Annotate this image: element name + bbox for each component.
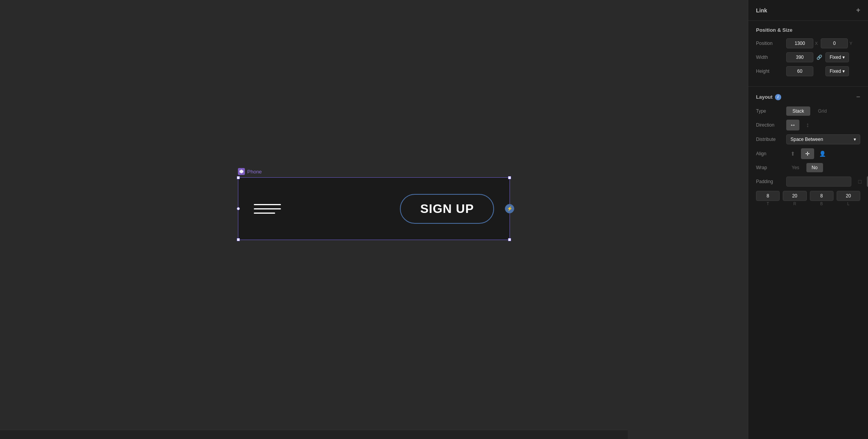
canvas-content: Phone ⚡ SIGN UP xyxy=(238,168,510,240)
direction-row: Direction ↔ ↕ xyxy=(756,120,860,130)
position-row: Position X Y xyxy=(756,38,860,48)
link-label: Link xyxy=(756,7,767,14)
hamburger-menu-icon xyxy=(254,204,281,214)
padding-right-label: R xyxy=(793,202,796,206)
padding-label: Padding xyxy=(756,179,783,184)
distribute-value: Space Between xyxy=(790,137,823,142)
align-bottom-button[interactable]: 👤 xyxy=(816,148,829,159)
position-size-title: Position & Size xyxy=(756,27,860,33)
position-label: Position xyxy=(756,41,783,46)
handle-tr[interactable] xyxy=(508,176,511,179)
stack-button[interactable]: Stack xyxy=(786,106,810,116)
width-row: Width 🔗 Fixed ▾ xyxy=(756,52,860,62)
signup-button[interactable]: SIGN UP xyxy=(400,194,494,224)
align-label: Align xyxy=(756,151,783,156)
position-size-section: Position & Size Position X Y Width 🔗 Fix… xyxy=(748,21,868,87)
layout-header: Layout i − xyxy=(756,93,860,101)
wrap-toggle: Yes No xyxy=(786,163,823,172)
frame-label: Phone xyxy=(238,168,510,175)
type-label: Type xyxy=(756,108,783,114)
signup-text: SIGN UP xyxy=(420,202,474,216)
frame-icon xyxy=(238,168,245,175)
type-row: Type Stack Grid xyxy=(756,106,860,116)
layout-title: Layout xyxy=(756,94,773,100)
position-x-input[interactable] xyxy=(786,38,813,48)
wrap-label: Wrap xyxy=(756,165,783,170)
wrap-row: Wrap Yes No xyxy=(756,163,860,172)
padding-right-input[interactable] xyxy=(783,191,806,201)
padding-top-group: T xyxy=(756,191,780,206)
direction-vertical-button[interactable]: ↕ xyxy=(801,120,814,130)
height-chevron-icon: ▾ xyxy=(842,69,845,74)
lock-icon: 🔗 xyxy=(816,55,822,60)
padding-left-input[interactable] xyxy=(837,191,860,201)
padding-right-group: R xyxy=(783,191,806,206)
handle-left[interactable] xyxy=(237,207,240,210)
svg-marker-0 xyxy=(239,170,243,173)
position-x-suffix: X xyxy=(815,41,818,46)
padding-input[interactable] xyxy=(786,177,851,187)
link-add-button[interactable]: + xyxy=(856,6,860,14)
frame-inner: SIGN UP xyxy=(238,178,510,240)
distribute-dropdown[interactable]: Space Between ▾ xyxy=(786,134,860,144)
hamburger-line-3 xyxy=(254,213,275,214)
height-constraint-dropdown[interactable]: Fixed ▾ xyxy=(825,66,849,76)
width-label: Width xyxy=(756,55,783,60)
align-row: Align ⬆ ✛ 👤 xyxy=(756,148,860,159)
handle-bl[interactable] xyxy=(237,238,240,241)
padding-icon-buttons: □ ⊞ xyxy=(854,176,868,187)
padding-bottom-label: B xyxy=(820,202,823,206)
height-label: Height xyxy=(756,69,783,74)
padding-left-label: L xyxy=(847,202,850,206)
hamburger-line-1 xyxy=(254,204,281,205)
canvas: Phone ⚡ SIGN UP xyxy=(0,0,748,439)
height-row: Height 🔗 Fixed ▾ xyxy=(756,66,860,76)
width-chevron-icon: ▾ xyxy=(842,55,845,60)
width-input[interactable] xyxy=(786,52,813,62)
align-top-button[interactable]: ⬆ xyxy=(786,148,799,159)
position-x-group: X xyxy=(786,38,818,48)
padding-values: T R B L xyxy=(756,191,860,206)
distribute-chevron-icon: ▾ xyxy=(854,137,856,142)
padding-top-input[interactable] xyxy=(756,191,780,201)
direction-horizontal-button[interactable]: ↔ xyxy=(786,120,799,130)
position-y-suffix: Y xyxy=(849,41,852,46)
link-section: Link + xyxy=(748,0,868,21)
position-y-input[interactable] xyxy=(821,38,848,48)
height-constraint-value: Fixed xyxy=(830,69,841,74)
layout-section: Layout i − Type Stack Grid Direction ↔ ↕… xyxy=(748,87,868,212)
grid-button[interactable]: Grid xyxy=(812,106,833,116)
layout-title-row: Layout i xyxy=(756,94,781,100)
frame-wrapper: ⚡ SIGN UP xyxy=(238,177,510,240)
position-y-group: Y xyxy=(821,38,852,48)
padding-all-sides-button[interactable]: □ xyxy=(854,176,865,187)
hamburger-line-2 xyxy=(254,208,281,209)
height-input[interactable] xyxy=(786,66,813,76)
handle-br[interactable] xyxy=(508,238,511,241)
padding-bottom-group: B xyxy=(810,191,834,206)
handle-right-bolt[interactable]: ⚡ xyxy=(505,204,514,213)
width-constraint-value: Fixed xyxy=(830,55,841,60)
distribute-label: Distribute xyxy=(756,137,783,142)
layout-remove-button[interactable]: − xyxy=(856,93,860,101)
width-constraint-dropdown[interactable]: Fixed ▾ xyxy=(825,52,849,62)
wrap-yes-button[interactable]: Yes xyxy=(786,163,805,172)
padding-left-group: L xyxy=(837,191,860,206)
padding-bottom-input[interactable] xyxy=(810,191,834,201)
frame-name: Phone xyxy=(247,169,262,175)
layout-info-icon[interactable]: i xyxy=(775,94,781,100)
align-center-button[interactable]: ✛ xyxy=(801,148,814,159)
type-toggle: Stack Grid xyxy=(786,106,833,116)
padding-top-label: T xyxy=(767,202,769,206)
direction-buttons: ↔ ↕ xyxy=(786,120,814,130)
handle-tl[interactable] xyxy=(237,176,240,179)
right-panel: Link + Position & Size Position X Y Widt… xyxy=(748,0,868,439)
distribute-row: Distribute Space Between ▾ xyxy=(756,134,860,144)
bottom-bar xyxy=(0,430,628,439)
wrap-no-button[interactable]: No xyxy=(806,163,823,172)
direction-label: Direction xyxy=(756,122,783,128)
padding-row: Padding □ ⊞ xyxy=(756,176,860,187)
align-buttons: ⬆ ✛ 👤 xyxy=(786,148,829,159)
link-header: Link + xyxy=(756,6,860,14)
